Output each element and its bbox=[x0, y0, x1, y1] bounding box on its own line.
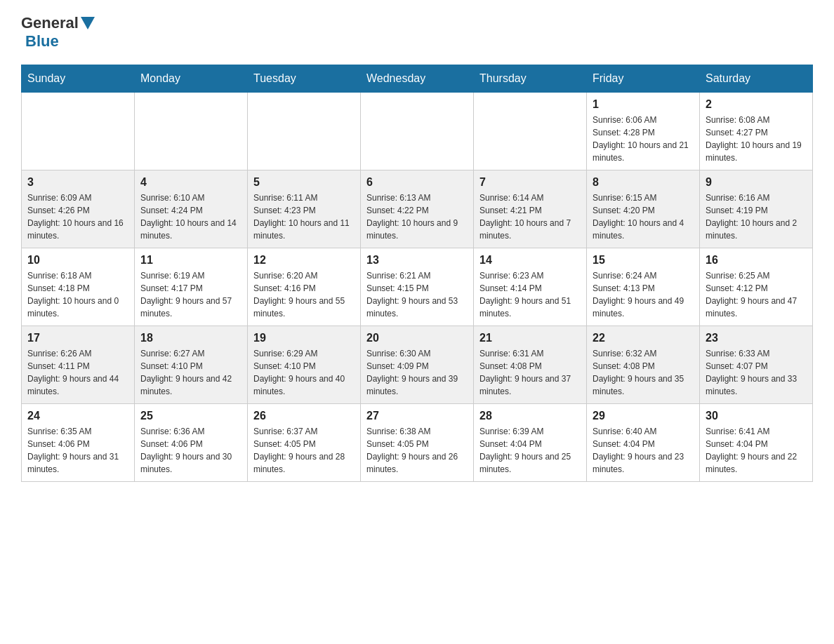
day-info: Sunrise: 6:40 AM Sunset: 4:04 PM Dayligh… bbox=[593, 425, 694, 476]
day-info: Sunrise: 6:20 AM Sunset: 4:16 PM Dayligh… bbox=[253, 269, 355, 320]
day-number: 1 bbox=[593, 98, 694, 111]
calendar-cell: 24Sunrise: 6:35 AM Sunset: 4:06 PM Dayli… bbox=[22, 404, 135, 482]
logo-blue-text: Blue bbox=[25, 32, 59, 51]
calendar-week-row: 17Sunrise: 6:26 AM Sunset: 4:11 PM Dayli… bbox=[22, 326, 813, 404]
calendar-cell bbox=[474, 93, 587, 170]
calendar-cell: 15Sunrise: 6:24 AM Sunset: 4:13 PM Dayli… bbox=[587, 248, 700, 326]
day-info: Sunrise: 6:32 AM Sunset: 4:08 PM Dayligh… bbox=[593, 347, 694, 398]
day-info: Sunrise: 6:08 AM Sunset: 4:27 PM Dayligh… bbox=[706, 114, 807, 164]
page-header: General Blue bbox=[21, 14, 813, 51]
day-of-week-header: Sunday bbox=[22, 65, 135, 93]
day-info: Sunrise: 6:19 AM Sunset: 4:17 PM Dayligh… bbox=[140, 269, 241, 320]
day-info: Sunrise: 6:37 AM Sunset: 4:05 PM Dayligh… bbox=[253, 425, 355, 476]
day-info: Sunrise: 6:29 AM Sunset: 4:10 PM Dayligh… bbox=[253, 347, 355, 398]
calendar-cell: 27Sunrise: 6:38 AM Sunset: 4:05 PM Dayli… bbox=[361, 404, 474, 482]
day-info: Sunrise: 6:13 AM Sunset: 4:22 PM Dayligh… bbox=[366, 192, 468, 242]
day-info: Sunrise: 6:09 AM Sunset: 4:26 PM Dayligh… bbox=[27, 192, 128, 242]
calendar-week-row: 3Sunrise: 6:09 AM Sunset: 4:26 PM Daylig… bbox=[22, 170, 813, 248]
calendar-cell bbox=[22, 93, 135, 170]
day-info: Sunrise: 6:11 AM Sunset: 4:23 PM Dayligh… bbox=[253, 192, 355, 242]
day-number: 11 bbox=[140, 254, 241, 267]
day-number: 6 bbox=[366, 176, 468, 189]
day-number: 18 bbox=[140, 332, 241, 344]
calendar-cell: 26Sunrise: 6:37 AM Sunset: 4:05 PM Dayli… bbox=[248, 404, 361, 482]
day-of-week-header: Tuesday bbox=[248, 65, 361, 93]
calendar-cell: 30Sunrise: 6:41 AM Sunset: 4:04 PM Dayli… bbox=[700, 404, 813, 482]
day-info: Sunrise: 6:24 AM Sunset: 4:13 PM Dayligh… bbox=[593, 269, 694, 320]
calendar-cell: 2Sunrise: 6:08 AM Sunset: 4:27 PM Daylig… bbox=[700, 93, 813, 170]
day-info: Sunrise: 6:36 AM Sunset: 4:06 PM Dayligh… bbox=[140, 425, 241, 476]
day-info: Sunrise: 6:38 AM Sunset: 4:05 PM Dayligh… bbox=[366, 425, 468, 476]
day-number: 27 bbox=[366, 410, 468, 422]
calendar-cell: 7Sunrise: 6:14 AM Sunset: 4:21 PM Daylig… bbox=[474, 170, 587, 248]
day-info: Sunrise: 6:18 AM Sunset: 4:18 PM Dayligh… bbox=[27, 269, 128, 320]
calendar-cell: 21Sunrise: 6:31 AM Sunset: 4:08 PM Dayli… bbox=[474, 326, 587, 404]
calendar-cell: 25Sunrise: 6:36 AM Sunset: 4:06 PM Dayli… bbox=[135, 404, 248, 482]
calendar-cell: 5Sunrise: 6:11 AM Sunset: 4:23 PM Daylig… bbox=[248, 170, 361, 248]
day-number: 26 bbox=[253, 410, 355, 422]
calendar-week-row: 24Sunrise: 6:35 AM Sunset: 4:06 PM Dayli… bbox=[22, 404, 813, 482]
logo-triangle-icon bbox=[81, 17, 95, 29]
day-number: 5 bbox=[253, 176, 355, 189]
day-number: 16 bbox=[706, 254, 807, 267]
calendar-cell: 8Sunrise: 6:15 AM Sunset: 4:20 PM Daylig… bbox=[587, 170, 700, 248]
day-number: 22 bbox=[593, 332, 694, 344]
day-info: Sunrise: 6:15 AM Sunset: 4:20 PM Dayligh… bbox=[593, 192, 694, 242]
day-number: 2 bbox=[706, 98, 807, 111]
calendar-cell: 29Sunrise: 6:40 AM Sunset: 4:04 PM Dayli… bbox=[587, 404, 700, 482]
day-info: Sunrise: 6:16 AM Sunset: 4:19 PM Dayligh… bbox=[706, 192, 807, 242]
day-number: 19 bbox=[253, 332, 355, 344]
day-number: 28 bbox=[479, 410, 581, 422]
day-info: Sunrise: 6:06 AM Sunset: 4:28 PM Dayligh… bbox=[593, 114, 694, 164]
day-number: 17 bbox=[27, 332, 128, 344]
day-of-week-header: Wednesday bbox=[361, 65, 474, 93]
calendar-cell: 14Sunrise: 6:23 AM Sunset: 4:14 PM Dayli… bbox=[474, 248, 587, 326]
day-number: 29 bbox=[593, 410, 694, 422]
calendar-week-row: 1Sunrise: 6:06 AM Sunset: 4:28 PM Daylig… bbox=[22, 93, 813, 170]
calendar-cell: 12Sunrise: 6:20 AM Sunset: 4:16 PM Dayli… bbox=[248, 248, 361, 326]
day-number: 13 bbox=[366, 254, 468, 267]
calendar-cell: 4Sunrise: 6:10 AM Sunset: 4:24 PM Daylig… bbox=[135, 170, 248, 248]
day-info: Sunrise: 6:30 AM Sunset: 4:09 PM Dayligh… bbox=[366, 347, 468, 398]
day-number: 9 bbox=[706, 176, 807, 189]
day-info: Sunrise: 6:27 AM Sunset: 4:10 PM Dayligh… bbox=[140, 347, 241, 398]
day-number: 10 bbox=[27, 254, 128, 267]
day-number: 3 bbox=[27, 176, 128, 189]
calendar-cell bbox=[248, 93, 361, 170]
day-number: 24 bbox=[27, 410, 128, 422]
day-number: 12 bbox=[253, 254, 355, 267]
calendar-cell: 22Sunrise: 6:32 AM Sunset: 4:08 PM Dayli… bbox=[587, 326, 700, 404]
logo-general-text: General bbox=[21, 14, 79, 32]
day-number: 4 bbox=[140, 176, 241, 189]
day-of-week-header: Thursday bbox=[474, 65, 587, 93]
day-info: Sunrise: 6:10 AM Sunset: 4:24 PM Dayligh… bbox=[140, 192, 241, 242]
day-info: Sunrise: 6:35 AM Sunset: 4:06 PM Dayligh… bbox=[27, 425, 128, 476]
calendar-cell: 10Sunrise: 6:18 AM Sunset: 4:18 PM Dayli… bbox=[22, 248, 135, 326]
day-number: 21 bbox=[479, 332, 581, 344]
day-of-week-header: Saturday bbox=[700, 65, 813, 93]
calendar-week-row: 10Sunrise: 6:18 AM Sunset: 4:18 PM Dayli… bbox=[22, 248, 813, 326]
calendar-cell: 11Sunrise: 6:19 AM Sunset: 4:17 PM Dayli… bbox=[135, 248, 248, 326]
day-number: 15 bbox=[593, 254, 694, 267]
day-number: 30 bbox=[706, 410, 807, 422]
day-number: 8 bbox=[593, 176, 694, 189]
day-info: Sunrise: 6:25 AM Sunset: 4:12 PM Dayligh… bbox=[706, 269, 807, 320]
day-number: 20 bbox=[366, 332, 468, 344]
calendar-cell: 17Sunrise: 6:26 AM Sunset: 4:11 PM Dayli… bbox=[22, 326, 135, 404]
calendar-cell: 9Sunrise: 6:16 AM Sunset: 4:19 PM Daylig… bbox=[700, 170, 813, 248]
day-info: Sunrise: 6:39 AM Sunset: 4:04 PM Dayligh… bbox=[479, 425, 581, 476]
calendar-cell: 19Sunrise: 6:29 AM Sunset: 4:10 PM Dayli… bbox=[248, 326, 361, 404]
calendar-cell: 18Sunrise: 6:27 AM Sunset: 4:10 PM Dayli… bbox=[135, 326, 248, 404]
day-number: 7 bbox=[479, 176, 581, 189]
calendar-cell bbox=[135, 93, 248, 170]
day-info: Sunrise: 6:41 AM Sunset: 4:04 PM Dayligh… bbox=[706, 425, 807, 476]
calendar-cell: 1Sunrise: 6:06 AM Sunset: 4:28 PM Daylig… bbox=[587, 93, 700, 170]
calendar-cell: 3Sunrise: 6:09 AM Sunset: 4:26 PM Daylig… bbox=[22, 170, 135, 248]
day-info: Sunrise: 6:23 AM Sunset: 4:14 PM Dayligh… bbox=[479, 269, 581, 320]
calendar-cell bbox=[361, 93, 474, 170]
day-number: 25 bbox=[140, 410, 241, 422]
calendar-cell: 28Sunrise: 6:39 AM Sunset: 4:04 PM Dayli… bbox=[474, 404, 587, 482]
day-number: 14 bbox=[479, 254, 581, 267]
day-info: Sunrise: 6:33 AM Sunset: 4:07 PM Dayligh… bbox=[706, 347, 807, 398]
calendar-cell: 23Sunrise: 6:33 AM Sunset: 4:07 PM Dayli… bbox=[700, 326, 813, 404]
